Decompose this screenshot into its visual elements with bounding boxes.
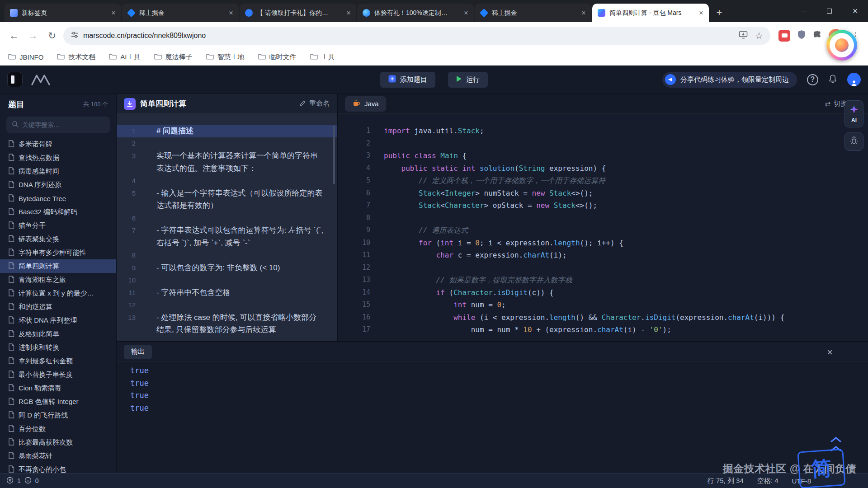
markdown-line[interactable]: 8 <box>117 249 337 262</box>
code-line[interactable]: 9 // 遍历表达式 <box>338 224 868 237</box>
tab-close-icon[interactable]: × <box>462 9 470 17</box>
code-line[interactable]: 11 char c = expression.charAt(i); <box>338 249 868 262</box>
browser-tab[interactable]: 稀土掘金× <box>475 4 591 22</box>
code-line[interactable]: 2 <box>338 137 868 150</box>
sidebar-problem-item[interactable]: 拿到最多红包金额 <box>0 354 116 368</box>
markdown-line[interactable]: 2 <box>117 137 337 150</box>
code-line[interactable]: 12 <box>338 262 868 274</box>
output-tab[interactable]: 输出 <box>124 345 152 359</box>
markdown-line[interactable]: 11- 字符串中不包含空格 <box>117 286 337 299</box>
sidebar-problem-item[interactable]: RGB 色值转 Integer <box>0 395 116 408</box>
sidebar-problem-item[interactable]: DNA 序列还原 <box>0 178 116 192</box>
sidebar-problem-item[interactable]: 百分位数 <box>0 422 116 436</box>
extension-icon-red[interactable] <box>778 30 790 42</box>
code-line[interactable]: 4 public static int solution(String expr… <box>338 162 868 175</box>
sidebar-problem-item[interactable]: 最小替换子串长度 <box>0 368 116 381</box>
search-input[interactable] <box>22 121 104 128</box>
url-text[interactable]: marscode.cn/practice/nnek809lxwjono <box>83 32 739 40</box>
code-line[interactable]: 14 if (Character.isDigit(c)) { <box>338 286 868 299</box>
sidebar-problem-item[interactable]: 及格如此简单 <box>0 327 116 341</box>
browser-tab[interactable]: 简单四则计算 - 豆包 Mars× <box>592 4 709 22</box>
sidebar-problem-item[interactable]: 简单四则计算 <box>0 259 116 273</box>
user-avatar[interactable] <box>847 73 861 86</box>
floating-logo[interactable] <box>826 30 857 61</box>
sidebar-problem-item[interactable]: 病毒感染时间 <box>0 164 116 178</box>
code-line[interactable]: 10 for (int i = 0; i < expression.length… <box>338 237 868 249</box>
bookmark-item[interactable]: 工具 <box>310 53 335 61</box>
help-icon[interactable]: ? <box>807 74 818 85</box>
problem-editor[interactable]: 1# 问题描述23实现一个基本的计算器来计算一个简单的字符串表达式的值。注意事项… <box>117 114 337 341</box>
back-button[interactable]: ← <box>6 28 22 43</box>
browser-tab[interactable]: 稀土掘金× <box>122 4 239 22</box>
language-tab[interactable]: Java <box>345 96 386 112</box>
address-bar[interactable]: marscode.cn/practice/nnek809lxwjono ☆ <box>63 27 770 45</box>
notification-bell-icon[interactable] <box>828 74 837 85</box>
bookmark-item[interactable]: AI工具 <box>109 53 140 61</box>
markdown-line[interactable]: 10 <box>117 274 337 286</box>
indent-info[interactable]: 空格: 4 <box>757 477 778 485</box>
output-close-button[interactable]: × <box>827 347 833 358</box>
sidebar-problem-item[interactable]: 比赛最高获胜次数 <box>0 436 116 449</box>
markdown-line[interactable]: 9- 可以包含的数字为: 非负整数 (< 10) <box>117 262 337 274</box>
code-line[interactable]: 8 <box>338 212 868 225</box>
tab-close-icon[interactable]: × <box>697 9 705 17</box>
markdown-line[interactable]: 7- 字符串表达式可以包含的运算符号为: 左括号 `(`, 右括号 `)`, 加… <box>117 224 337 249</box>
code-editor[interactable]: 1import java.util.Stack;23public class M… <box>338 114 868 341</box>
debug-button[interactable] <box>844 132 863 151</box>
bookmark-item[interactable]: JBINFO <box>8 53 43 61</box>
new-tab-button[interactable]: + <box>712 6 726 19</box>
sidebar-problem-item[interactable]: 链表聚集交换 <box>0 232 116 246</box>
sidebar-problem-item[interactable]: 和的逆运算 <box>0 300 116 314</box>
code-line[interactable]: 1import java.util.Stack; <box>338 125 868 137</box>
add-problem-button[interactable]: 添加题目 <box>380 72 435 88</box>
tab-close-icon[interactable]: × <box>580 9 588 17</box>
run-button[interactable]: 运行 <box>448 72 488 88</box>
reload-button[interactable]: ↻ <box>44 28 60 43</box>
markdown-line[interactable]: 5- 输入是一个字符串表达式（可以假设所给定的表达式都是有效的） <box>117 187 337 212</box>
maximize-button[interactable] <box>816 0 842 22</box>
error-count-icon[interactable] <box>6 477 14 485</box>
sidebar-problem-item[interactable]: 进制求和转换 <box>0 341 116 354</box>
markdown-line[interactable]: 6 <box>117 212 337 225</box>
code-line[interactable]: 15 int num = 0; <box>338 299 868 311</box>
tab-close-icon[interactable]: × <box>227 9 235 17</box>
sidebar-problem-item[interactable]: 青海湖租车之旅 <box>0 273 116 286</box>
code-line[interactable]: 13 // 如果是数字，提取完整数字并入数字栈 <box>338 274 868 286</box>
bookmark-star-icon[interactable]: ☆ <box>755 30 763 41</box>
sidebar-problem-item[interactable]: Bytedance Tree <box>0 192 116 205</box>
ai-assistant-button[interactable]: AI <box>844 100 863 127</box>
markdown-line[interactable]: 1# 问题描述 <box>117 125 337 137</box>
sidebar-problem-item[interactable]: Base32 编码和解码 <box>0 205 116 219</box>
promo-banner[interactable]: 分享代码练习体验，领限量定制周边 <box>662 72 797 88</box>
close-button[interactable]: × <box>842 0 868 22</box>
minimize-button[interactable] <box>791 0 816 22</box>
code-line[interactable]: 7 Stack<Character> opStack = new Stack<>… <box>338 199 868 212</box>
tab-close-icon[interactable]: × <box>344 9 353 17</box>
code-line[interactable]: 3public class Main { <box>338 150 868 162</box>
search-box[interactable] <box>6 117 110 133</box>
sidebar-problem-item[interactable]: Cion 勒索病毒 <box>0 381 116 395</box>
bookmark-item[interactable]: 临时文件 <box>258 53 297 61</box>
sidebar-problem-item[interactable]: 阿 D 的飞行路线 <box>0 408 116 422</box>
sidebar-problem-item[interactable]: 计算位置 x 到 y 的最少… <box>0 286 116 300</box>
forward-button[interactable]: → <box>25 28 41 43</box>
problem-scrollbar[interactable] <box>333 126 335 184</box>
code-line[interactable]: 6 Stack<Integer> numStack = new Stack<>(… <box>338 187 868 200</box>
rename-button[interactable]: 重命名 <box>299 99 330 108</box>
bookmark-item[interactable]: 魔法棒子 <box>154 53 193 61</box>
sidebar-problem-item[interactable]: 字符串有多少种可能性 <box>0 246 116 259</box>
markdown-line[interactable]: 12 <box>117 299 337 311</box>
site-info-icon[interactable] <box>71 31 79 41</box>
sidebar-problem-item[interactable]: 多米诺骨牌 <box>0 137 116 151</box>
sidebar-problem-item[interactable]: 暴雨梨花针 <box>0 449 116 463</box>
sidebar-problem-item[interactable]: 不再贪心的小包 <box>0 463 116 473</box>
code-line[interactable]: 16 while (i < expression.length() && Cha… <box>338 311 868 324</box>
browser-tab[interactable]: 【 请领取打卡礼】你的…× <box>240 4 356 22</box>
sidebar-toggle[interactable] <box>7 72 23 87</box>
markdown-line[interactable]: 3实现一个基本的计算器来计算一个简单的字符串表达式的值。注意事项如下： <box>117 150 337 174</box>
bookmark-item[interactable]: 智慧工地 <box>206 53 245 61</box>
send-to-device-icon[interactable] <box>739 31 748 41</box>
tab-close-icon[interactable]: × <box>109 9 118 17</box>
code-line[interactable]: 5 // 定义两个栈，一个用于存储数字，一个用于存储运算符 <box>338 174 868 187</box>
cursor-position[interactable]: 行 75, 列 34 <box>708 477 744 485</box>
